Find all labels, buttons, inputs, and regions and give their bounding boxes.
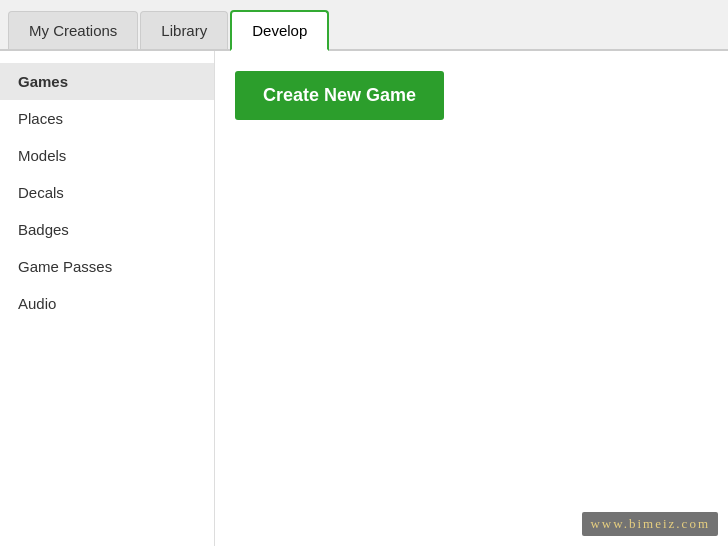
create-new-game-button[interactable]: Create New Game [235,71,444,120]
content-area: Create New Game [215,51,728,546]
tab-my-creations[interactable]: My Creations [8,11,138,49]
main-content: Games Places Models Decals Badges Game P… [0,51,728,546]
tab-library[interactable]: Library [140,11,228,49]
sidebar-item-models[interactable]: Models [0,137,214,174]
sidebar-item-badges[interactable]: Badges [0,211,214,248]
sidebar-item-games[interactable]: Games [0,63,214,100]
sidebar: Games Places Models Decals Badges Game P… [0,51,215,546]
tab-bar: My Creations Library Develop [0,0,728,51]
sidebar-item-audio[interactable]: Audio [0,285,214,322]
sidebar-item-decals[interactable]: Decals [0,174,214,211]
sidebar-item-places[interactable]: Places [0,100,214,137]
sidebar-item-game-passes[interactable]: Game Passes [0,248,214,285]
tab-develop[interactable]: Develop [230,10,329,51]
